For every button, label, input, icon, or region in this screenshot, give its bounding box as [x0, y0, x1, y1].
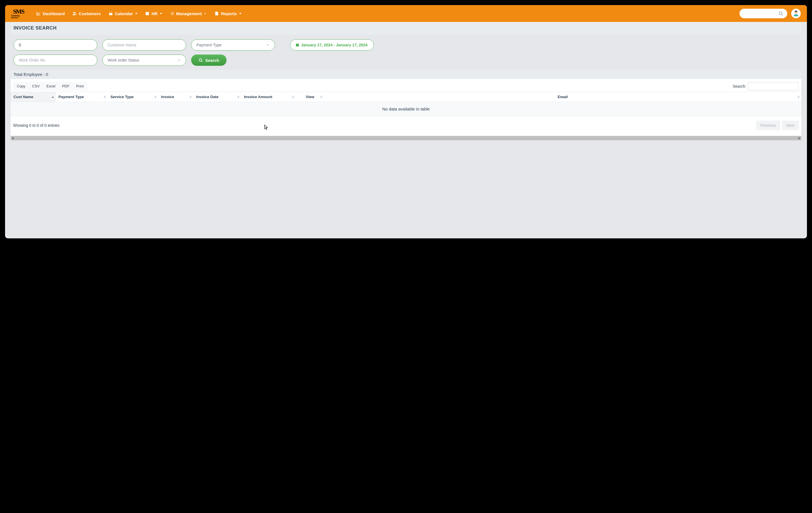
date-range-text: January 17, 2024 - January 17, 2024: [301, 43, 368, 47]
sort-icon: [292, 95, 294, 98]
file-icon: [214, 11, 219, 16]
col-label: View: [306, 95, 315, 99]
search-icon: [778, 11, 783, 16]
global-search[interactable]: [740, 9, 787, 18]
user-avatar[interactable]: [791, 9, 801, 18]
sort-icon: [52, 96, 54, 97]
work-order-no-field[interactable]: [19, 58, 92, 62]
results-table: Cust Name Payment Type Service Type: [11, 92, 801, 116]
svg-point-22: [199, 59, 202, 61]
users-icon: [72, 11, 77, 16]
nav-label: HR: [151, 11, 158, 16]
export-print-button[interactable]: Print: [73, 82, 87, 90]
chart-line-icon: [36, 11, 41, 16]
sort-icon: [104, 95, 106, 98]
search-icon: [198, 58, 203, 62]
calendar-icon: [108, 11, 113, 16]
col-view[interactable]: View: [296, 92, 324, 102]
caret-down-icon: [135, 13, 138, 15]
avatar-icon: [792, 9, 800, 18]
sort-icon: [154, 95, 156, 98]
nav-customers[interactable]: Customers: [72, 11, 100, 16]
nav-reports[interactable]: Reports: [214, 11, 241, 16]
svg-point-0: [74, 12, 75, 13]
logo[interactable]: SMS Cleaning Service: [11, 7, 26, 20]
nav-label: Reports: [221, 11, 237, 16]
caret-down-icon: [160, 13, 162, 15]
no-data-row: No data available in table: [11, 102, 801, 116]
svg-rect-19: [296, 44, 299, 47]
table-search: Search:: [733, 82, 799, 90]
nav-label: Dashboard: [43, 11, 65, 16]
search-button[interactable]: Search: [191, 55, 227, 66]
col-label: Cust Name: [13, 95, 33, 99]
sort-icon: [190, 95, 192, 98]
customer-name-input[interactable]: [102, 39, 186, 51]
calendar-icon: [145, 11, 150, 16]
col-invoice-amount[interactable]: Invoice Amount: [241, 92, 296, 102]
col-label: Invoice: [161, 95, 174, 99]
col-label: Payment Type: [58, 95, 84, 99]
svg-point-1: [75, 12, 76, 13]
svg-rect-6: [146, 12, 149, 15]
export-excel-button[interactable]: Excel: [43, 82, 59, 90]
caret-down-icon: [239, 13, 241, 15]
navbar: SMS Cleaning Service Dashboard Customers…: [5, 5, 807, 22]
invoice-number-input[interactable]: [13, 39, 97, 51]
col-payment-type[interactable]: Payment Type: [56, 92, 108, 102]
work-order-no-input[interactable]: [13, 55, 97, 66]
table-search-label: Search:: [733, 84, 746, 89]
export-buttons: Copy CSV Excel PDF Print: [13, 82, 87, 90]
pagination: Previous Next: [756, 121, 799, 130]
nav-links: Dashboard Customers Calendar HR Manageme…: [36, 11, 241, 16]
table-search-input[interactable]: [748, 82, 799, 90]
sort-icon: [320, 95, 322, 98]
col-label: Service Type: [111, 95, 134, 99]
chevron-down-icon: [177, 58, 181, 62]
col-cust-name[interactable]: Cust Name: [11, 92, 56, 102]
export-csv-button[interactable]: CSV: [29, 82, 43, 90]
export-pdf-button[interactable]: PDF: [59, 82, 73, 90]
total-employee-bar: Total Employee : 0: [11, 70, 801, 79]
work-order-status-label: Work order Status: [108, 58, 139, 62]
invoice-number-field[interactable]: [19, 43, 92, 47]
export-copy-button[interactable]: Copy: [13, 82, 29, 90]
table-toolbar: Copy CSV Excel PDF Print Search:: [11, 82, 801, 92]
col-label: Invoice Amount: [244, 95, 272, 99]
nav-calendar[interactable]: Calendar: [108, 11, 138, 16]
customer-name-field[interactable]: [108, 43, 181, 47]
horizontal-scrollbar[interactable]: [11, 136, 801, 140]
logo-subtext: Cleaning Service: [11, 15, 26, 19]
date-range-picker[interactable]: January 17, 2024 - January 17, 2024: [290, 39, 374, 51]
payment-type-select[interactable]: Payment Type: [191, 39, 275, 51]
showing-entries: Showing 0 to 0 of 0 entries: [13, 123, 60, 127]
nav-hr[interactable]: HR: [145, 11, 162, 16]
chevron-down-icon: [203, 12, 207, 15]
nav-management[interactable]: Management: [170, 11, 207, 16]
col-invoice-date[interactable]: Invoice Date: [193, 92, 241, 102]
sort-icon: [237, 95, 239, 98]
svg-rect-3: [109, 12, 112, 13]
search-button-label: Search: [205, 58, 219, 63]
col-invoice[interactable]: Invoice: [158, 92, 193, 102]
page-title: INVOICE SEARCH: [13, 25, 799, 31]
table-footer: Showing 0 to 0 of 0 entries Previous Nex…: [11, 116, 801, 131]
nav-label: Management: [176, 11, 202, 16]
svg-point-15: [779, 12, 782, 15]
work-order-status-select[interactable]: Work order Status: [102, 55, 186, 66]
col-label: Email: [558, 95, 568, 99]
nav-dashboard[interactable]: Dashboard: [36, 11, 65, 16]
col-email[interactable]: Email: [324, 92, 801, 102]
filter-row-2: Work order Status Search: [13, 55, 799, 66]
svg-line-16: [782, 15, 783, 16]
next-button[interactable]: Next: [782, 121, 799, 130]
payment-type-label: Payment Type: [197, 43, 222, 47]
prev-button[interactable]: Previous: [756, 121, 780, 130]
col-service-type[interactable]: Service Type: [108, 92, 158, 102]
nav-label: Customers: [79, 11, 100, 16]
no-data-message: No data available in table: [11, 102, 801, 116]
nav-label: Calendar: [115, 11, 133, 16]
list-icon: [170, 11, 175, 16]
sort-icon: [798, 95, 800, 98]
calendar-icon: [295, 43, 299, 47]
